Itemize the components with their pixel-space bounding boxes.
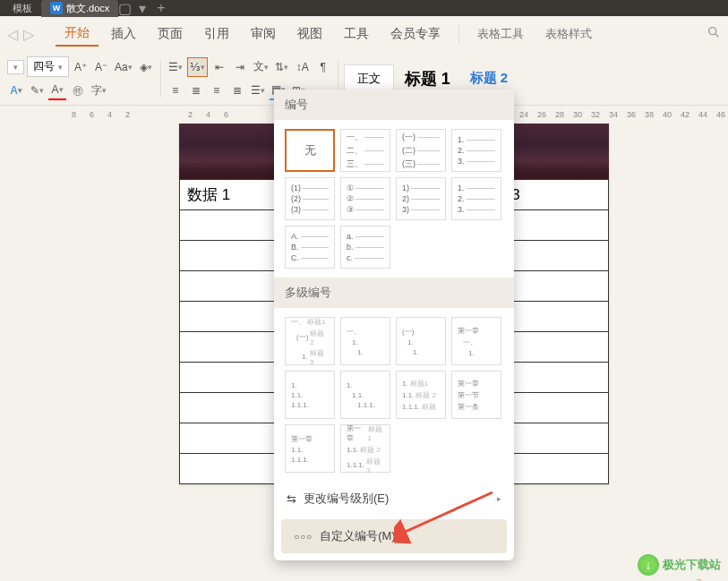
phonetic-button[interactable]: 字▾ bbox=[90, 81, 108, 100]
watermark-text: 极光下载站 bbox=[663, 557, 721, 573]
change-case-button[interactable]: Aa▾ bbox=[113, 57, 134, 77]
distribute-button[interactable]: ☰▾ bbox=[249, 81, 267, 100]
menu-page[interactable]: 页面 bbox=[149, 22, 192, 46]
more-icon: ○○○ bbox=[294, 532, 313, 542]
watermark: ↓ 极光下载站 bbox=[638, 554, 721, 576]
tab-area: 模板 W 散文.docx ▢ ▾ + bbox=[7, 0, 166, 17]
numbering-option-paren-num[interactable]: (1) (2) (3) bbox=[285, 177, 335, 220]
document-name: 散文.docx bbox=[66, 2, 109, 15]
font-size-dropdown[interactable]: 四号▾ bbox=[27, 56, 69, 77]
numbering-option-upper-alpha[interactable]: A. B. C. bbox=[285, 226, 335, 269]
multilevel-option-10[interactable]: 第一章标题1 1.1.标题 2 1.1.1.标题 3 bbox=[340, 424, 390, 473]
template-tab[interactable]: 模板 bbox=[7, 0, 38, 17]
tab-controls: ▢ ▾ bbox=[118, 0, 146, 17]
style-heading-2[interactable]: 标题 2 bbox=[461, 66, 518, 90]
dropdown-icon[interactable]: ▾ bbox=[139, 0, 146, 17]
custom-numbering-label: 自定义编号(M)... bbox=[320, 528, 405, 544]
popup-title: 编号 bbox=[274, 90, 514, 120]
highlight-button[interactable]: ✎▾ bbox=[28, 81, 46, 100]
align-left-button[interactable]: ≡ bbox=[167, 81, 184, 100]
numbering-option-chinese[interactable]: 一、 二、 三、 bbox=[340, 129, 390, 172]
divider bbox=[458, 25, 459, 43]
numbering-option-circled[interactable]: ① ② ③ bbox=[340, 177, 390, 220]
increase-font-button[interactable]: A⁺ bbox=[72, 57, 90, 77]
numbering-option-paren-chinese[interactable]: (一) (二) (三) bbox=[396, 129, 446, 172]
titlebar: 模板 W 散文.docx ▢ ▾ + bbox=[0, 0, 728, 16]
decrease-font-button[interactable]: A⁻ bbox=[92, 57, 110, 77]
align-center-button[interactable]: ≣ bbox=[187, 81, 205, 100]
add-tab-button[interactable]: + bbox=[157, 0, 165, 16]
multilevel-option-5[interactable]: 1. 1.1. 1.1.1. bbox=[285, 371, 335, 419]
show-marks-button[interactable]: ¶ bbox=[314, 57, 332, 77]
multilevel-grid: 一、标题1 (一)标题 2 1.标题 3 一、 1. 1. (一) 1. 1. … bbox=[274, 308, 514, 482]
change-level-action[interactable]: ⇆ 更改编号级别(E) ▸ bbox=[274, 482, 514, 516]
menu-insert[interactable]: 插入 bbox=[102, 22, 145, 46]
change-level-label: 更改编号级别(E) bbox=[304, 491, 389, 507]
menu-table-tools[interactable]: 表格工具 bbox=[468, 22, 533, 46]
search-icon[interactable] bbox=[707, 25, 721, 43]
numbering-option-lower-alpha[interactable]: a. b. c. bbox=[340, 226, 390, 269]
watermark-logo-icon: ↓ bbox=[638, 554, 659, 576]
text-direction-button[interactable]: 文▾ bbox=[252, 57, 270, 77]
numbering-option-decimal[interactable]: 1. 2. 3. bbox=[451, 129, 501, 172]
justify-button[interactable]: ≣ bbox=[228, 81, 246, 100]
decrease-indent-button[interactable]: ⇤ bbox=[210, 57, 228, 77]
numbering-none[interactable]: 无 bbox=[285, 129, 335, 172]
custom-numbering-action[interactable]: ○○○ 自定义编号(M)... bbox=[281, 519, 507, 553]
multilevel-option-9[interactable]: 第一章 1.1. 1.1.1. bbox=[285, 424, 335, 473]
separator bbox=[160, 61, 161, 97]
simple-numbering-grid: 无 一、 二、 三、 (一) (二) (三) 1. 2. 3. (1) (2) … bbox=[274, 120, 514, 278]
menu-view[interactable]: 视图 bbox=[288, 22, 331, 46]
monitor-icon[interactable]: ▢ bbox=[118, 0, 132, 17]
increase-indent-button[interactable]: ⇥ bbox=[231, 57, 249, 77]
back-icon[interactable]: ◁ bbox=[7, 26, 18, 43]
style-heading-1[interactable]: 标题 1 bbox=[396, 64, 459, 93]
font-dropdown[interactable]: ▾ bbox=[7, 60, 24, 74]
sort-button[interactable]: ↕A bbox=[294, 57, 312, 77]
menu-reference[interactable]: 引用 bbox=[195, 22, 238, 46]
multilevel-option-4[interactable]: 第一章 一、 1. bbox=[451, 317, 501, 365]
menu-review[interactable]: 审阅 bbox=[242, 22, 285, 46]
circle-text-button[interactable]: ㊕ bbox=[69, 81, 87, 100]
menu-member[interactable]: 会员专享 bbox=[381, 22, 450, 46]
numbering-option-close-paren[interactable]: 1) 2) 3) bbox=[396, 177, 446, 220]
menu-tools[interactable]: 工具 bbox=[335, 22, 378, 46]
menu-table-style[interactable]: 表格样式 bbox=[536, 22, 601, 46]
chevron-right-icon: ▸ bbox=[497, 494, 501, 503]
nav-arrows: ◁ ▷ bbox=[7, 26, 34, 43]
clear-format-button[interactable]: ◈▾ bbox=[137, 57, 155, 77]
text-effect-button[interactable]: A▾ bbox=[7, 81, 25, 100]
menubar: ◁ ▷ 开始 插入 页面 引用 审阅 视图 工具 会员专享 表格工具 表格样式 bbox=[0, 16, 728, 52]
align-right-button[interactable]: ≡ bbox=[208, 81, 226, 100]
document-tab[interactable]: W 散文.docx bbox=[41, 0, 118, 17]
numbering-popup: 编号 无 一、 二、 三、 (一) (二) (三) 1. 2. 3. (1) (… bbox=[274, 90, 514, 560]
svg-point-0 bbox=[709, 28, 716, 35]
style-normal[interactable]: 正文 bbox=[344, 64, 394, 93]
multilevel-section-title: 多级编号 bbox=[274, 278, 514, 308]
bullets-button[interactable]: ☰▾ bbox=[167, 57, 184, 77]
line-spacing-button[interactable]: ⇅▾ bbox=[273, 57, 291, 77]
multilevel-option-3[interactable]: (一) 1. 1. bbox=[396, 317, 446, 365]
multilevel-option-6[interactable]: 1. 1.1. 1.1.1. bbox=[340, 371, 390, 419]
svg-line-1 bbox=[715, 34, 718, 37]
multilevel-option-2[interactable]: 一、 1. 1. bbox=[340, 317, 390, 365]
forward-icon[interactable]: ▷ bbox=[23, 26, 34, 43]
numbering-option-decimal-2[interactable]: 1. 2. 3. bbox=[451, 177, 501, 220]
hierarchy-icon: ⇆ bbox=[287, 492, 296, 506]
word-icon: W bbox=[50, 2, 63, 14]
multilevel-option-1[interactable]: 一、标题1 (一)标题 2 1.标题 3 bbox=[285, 317, 335, 365]
header-cell-3[interactable]: 3 bbox=[504, 180, 609, 210]
multilevel-option-7[interactable]: 1.标题1 1.1.标题 2 1.1.1.标题 bbox=[396, 371, 446, 419]
multilevel-option-8[interactable]: 第一章 第一节 第一条 bbox=[451, 371, 501, 419]
menu-start[interactable]: 开始 bbox=[56, 21, 98, 47]
numbering-button[interactable]: ⅓▾ bbox=[187, 57, 208, 77]
font-color-button[interactable]: A▾ bbox=[48, 81, 66, 100]
